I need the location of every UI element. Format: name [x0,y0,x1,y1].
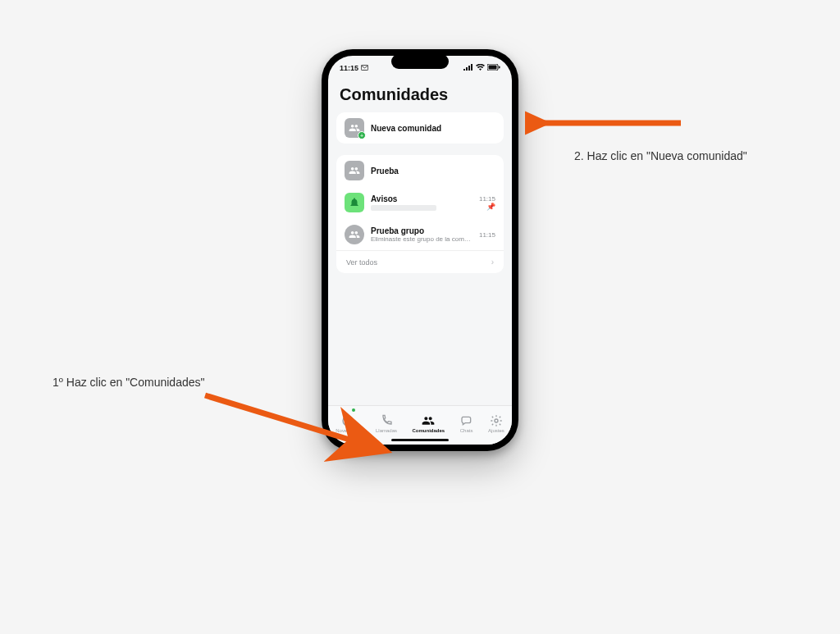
wifi-icon [476,64,485,72]
svg-rect-1 [463,69,465,71]
signal-icon [463,64,473,72]
tab-chats[interactable]: Chats [460,414,473,433]
page-header: Comunidades [328,80,512,112]
new-community-label: Nueva comunidad [371,124,495,133]
see-all-button[interactable]: Ver todos › [336,250,504,273]
group-avatar-icon [345,225,364,244]
svg-line-11 [205,395,381,449]
group-time: 11:15 [479,231,495,239]
tab-comunidades[interactable]: Comunidades [413,414,445,433]
group-row[interactable]: Prueba grupo Eliminaste este grupo de la… [336,218,504,250]
tab-label: Ajustes [488,428,504,433]
group-subtitle: Eliminaste este grupo de la comu… [371,235,472,243]
community-add-icon: + [345,118,364,138]
announcement-row[interactable]: Avisos 11:15 📌 [336,186,504,218]
announcement-preview [371,205,436,211]
svg-rect-4 [471,64,472,71]
community-name: Prueba [371,166,495,176]
chevron-right-icon: › [491,258,494,267]
annotation-step2: 2. Haz clic en "Nueva comunidad" [574,149,747,162]
svg-rect-7 [499,66,500,69]
svg-rect-2 [466,67,468,71]
announcement-title: Avisos [371,194,472,203]
new-community-card: + Nueva comunidad [336,112,504,144]
annotation-step1: 1º Haz clic en "Comunidades" [52,376,204,389]
new-community-button[interactable]: + Nueva comunidad [336,112,504,144]
pin-icon: 📌 [479,203,495,211]
mail-icon [361,64,368,72]
tab-ajustes[interactable]: Ajustes [488,414,504,433]
status-time: 11:15 [340,64,358,72]
see-all-label: Ver todos [346,258,377,267]
tab-label: Comunidades [413,428,445,433]
plus-badge-icon: + [358,131,366,139]
svg-point-10 [495,419,498,422]
group-title: Prueba grupo [371,226,472,235]
arrow-step2 [525,107,689,139]
community-icon [345,161,364,180]
page-title: Comunidades [340,85,500,104]
arrow-step1 [197,385,410,476]
battery-icon [487,64,500,72]
community-card: Prueba Avisos 11:15 📌 [336,155,504,273]
svg-rect-6 [489,66,497,70]
tab-label: Chats [460,428,473,433]
megaphone-icon [345,193,364,212]
svg-rect-3 [468,66,470,71]
phone-notch [391,54,449,69]
announcement-time: 11:15 [479,195,495,203]
community-header-row[interactable]: Prueba [336,155,504,186]
